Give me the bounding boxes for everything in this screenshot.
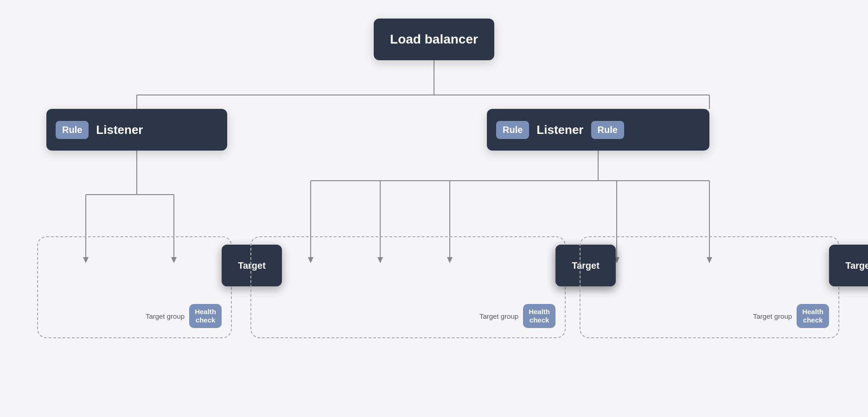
health-check-middle: Healthcheck [523, 304, 555, 328]
listener-left-label: Listener [96, 123, 143, 137]
target-group-middle: Target Target Target Target group Health… [250, 236, 566, 338]
listener-right-label: Listener [536, 123, 583, 137]
tg-middle-bottom: Target group Healthcheck [479, 304, 555, 328]
connector-lines [0, 0, 868, 417]
rule-badge-left: Rule [56, 121, 89, 139]
load-balancer-label: Load balancer [390, 32, 478, 47]
rule-badge-right-2: Rule [591, 121, 624, 139]
diagram: Load balancer Rule Listener Rule Listene… [0, 0, 868, 417]
target-group-left: Target Target Target group Healthcheck [37, 236, 232, 338]
health-check-left: Healthcheck [189, 304, 222, 328]
target-group-right: Target Target Target group Healthcheck [580, 236, 839, 338]
health-check-right: Healthcheck [797, 304, 829, 328]
listener-left-node: Rule Listener [46, 109, 227, 151]
tg-left-bottom: Target group Healthcheck [146, 304, 222, 328]
load-balancer-node: Load balancer [374, 19, 494, 60]
tg-right-bottom: Target group Healthcheck [753, 304, 829, 328]
tg-middle-label: Target group [479, 312, 518, 320]
tg-left-label: Target group [146, 312, 185, 320]
rule-badge-right-1: Rule [496, 121, 529, 139]
listener-right-node: Rule Listener Rule [487, 109, 709, 151]
tg-right-label: Target group [753, 312, 792, 320]
target-node-right-2: Target [829, 245, 868, 286]
